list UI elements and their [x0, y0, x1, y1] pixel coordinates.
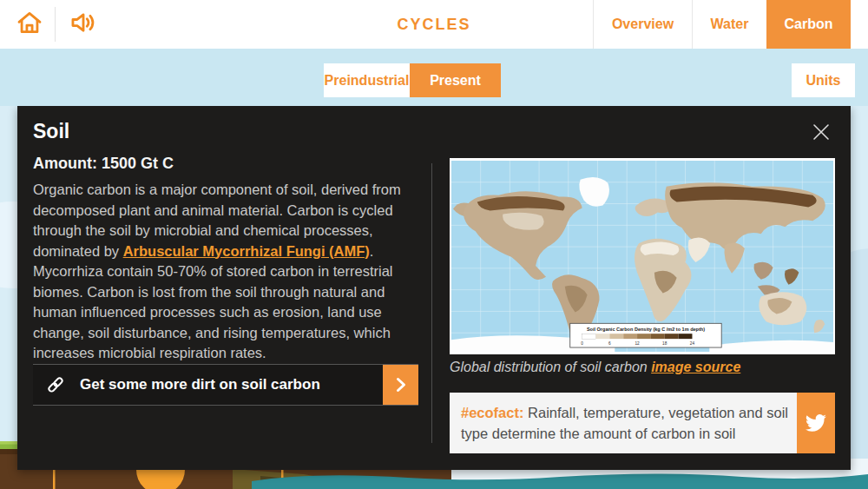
external-link-row[interactable]: Get some more dirt on soil carbon	[33, 364, 418, 406]
map-caption: Global distribution of soil carbon image…	[450, 360, 835, 375]
image-source-link[interactable]: image source	[651, 360, 740, 374]
twitter-icon	[806, 413, 826, 433]
map-legend: Soil Organic Carbon Density (kg C /m2 to…	[570, 323, 721, 347]
units-button[interactable]: Units	[792, 63, 855, 97]
panel-title: Soil	[33, 120, 69, 143]
topbar-separator	[55, 7, 56, 42]
sub-toolbar: Preindustrial Present Units	[0, 49, 868, 106]
svg-text:24: 24	[690, 341, 695, 346]
toggle-preindustrial[interactable]: Preindustrial	[324, 63, 410, 97]
units-button-label: Units	[806, 73, 841, 89]
ecofact-text: #ecofact: Rainfall, temperature, vegetat…	[450, 393, 797, 453]
toggle-present-label: Present	[430, 73, 481, 89]
audio-button[interactable]	[61, 0, 106, 49]
link-icon	[45, 374, 66, 395]
soil-carbon-map: Soil Organic Carbon Density (kg C /m2 to…	[450, 158, 835, 354]
toggle-present[interactable]: Present	[410, 63, 501, 97]
description-post: . Mycorrhiza contain 50-70% of stored ca…	[33, 243, 393, 361]
go-arrow-button[interactable]	[383, 365, 418, 405]
svg-text:6: 6	[608, 341, 611, 346]
tab-water-label: Water	[711, 17, 749, 32]
ecofact-box: #ecofact: Rainfall, temperature, vegetat…	[450, 393, 835, 453]
app-screen: CYCLES Overview Water Carbon Preindustri…	[0, 0, 868, 489]
external-link-label: Get some more dirt on soil carbon	[80, 376, 383, 393]
tab-overview[interactable]: Overview	[593, 0, 692, 49]
tab-carbon-label: Carbon	[785, 17, 833, 32]
tab-carbon[interactable]: Carbon	[766, 0, 851, 49]
tab-overview-label: Overview	[612, 17, 674, 32]
description-text: Organic carbon is a major component of s…	[33, 180, 419, 364]
amf-link[interactable]: Arbuscular Mycorrhizal Fungi (AMF)	[123, 243, 370, 259]
tweet-button[interactable]	[797, 393, 835, 453]
close-icon	[810, 121, 832, 147]
column-divider	[431, 163, 432, 443]
map-caption-text: Global distribution of soil carbon	[450, 360, 651, 374]
close-button[interactable]	[804, 116, 838, 151]
toggle-preindustrial-label: Preindustrial	[325, 73, 410, 89]
svg-text:Soil Organic Carbon Density (k: Soil Organic Carbon Density (kg C /m2 to…	[587, 327, 705, 332]
svg-text:12: 12	[635, 341, 640, 346]
amount-value: Amount: 1500 Gt C	[33, 155, 174, 173]
home-icon	[16, 9, 43, 40]
soil-info-panel: Soil Amount: 1500 Gt C Organic carbon is…	[17, 106, 851, 470]
top-bar: CYCLES Overview Water Carbon	[0, 0, 868, 49]
svg-text:0: 0	[581, 341, 583, 346]
tab-water[interactable]: Water	[692, 0, 766, 49]
speaker-icon	[69, 8, 98, 41]
svg-text:18: 18	[662, 341, 667, 346]
chevron-right-icon	[394, 377, 408, 393]
home-button[interactable]	[9, 0, 50, 49]
ecofact-tag: #ecofact:	[461, 405, 523, 420]
